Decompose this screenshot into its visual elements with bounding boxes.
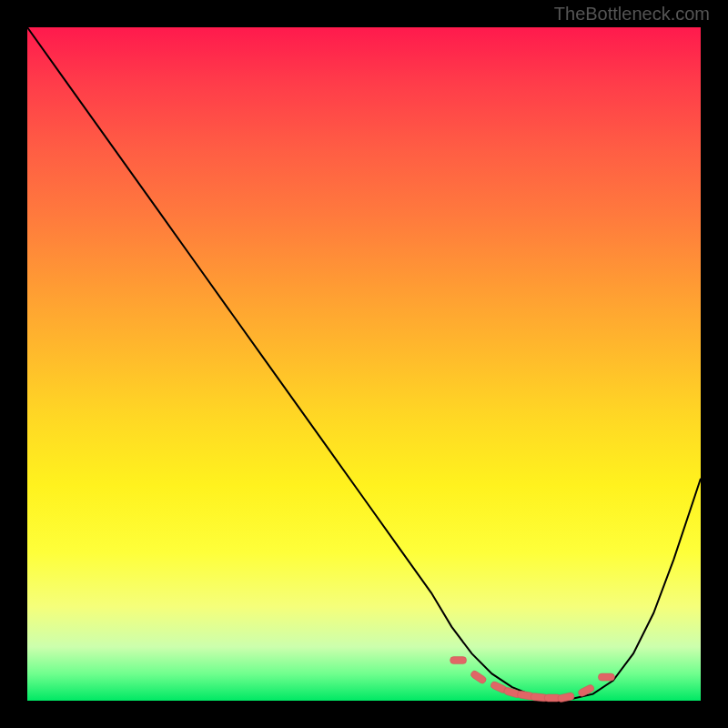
- marker-dash: [470, 670, 487, 685]
- marker-dash: [598, 673, 614, 681]
- watermark-text: TheBottleneck.com: [554, 4, 710, 25]
- marker-dash: [450, 657, 467, 664]
- optimal-zone-markers: [450, 657, 615, 703]
- bottleneck-curve: [27, 27, 701, 699]
- marker-dash: [557, 692, 574, 703]
- chart-svg: [27, 27, 701, 701]
